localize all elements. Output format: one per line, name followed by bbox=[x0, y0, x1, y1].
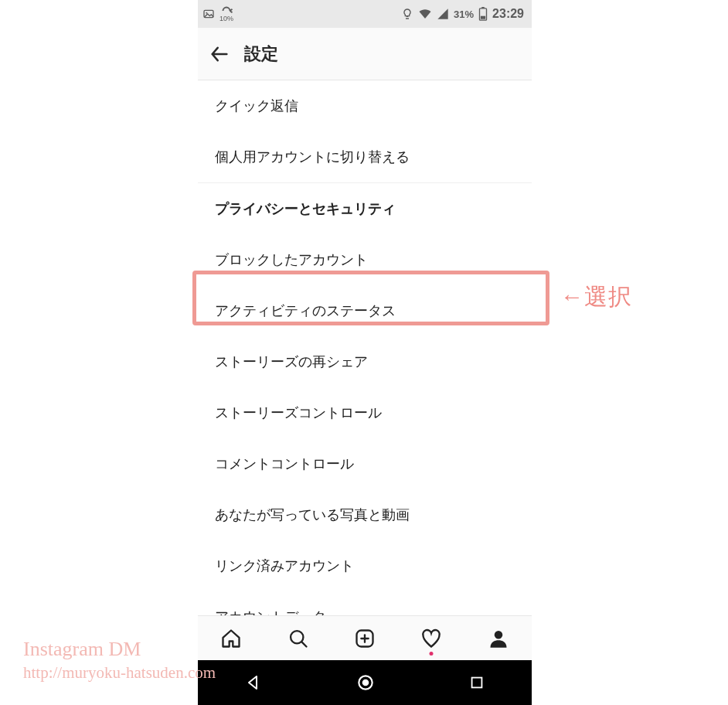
settings-list: クイック返信 個人用アカウントに切り替える プライバシーとセキュリティ ブロック… bbox=[198, 80, 532, 679]
tab-home[interactable] bbox=[216, 623, 247, 654]
system-nav-bar bbox=[198, 660, 532, 705]
svg-rect-4 bbox=[481, 16, 485, 19]
row-comment-controls[interactable]: コメントコントロール bbox=[198, 438, 532, 489]
watermark-line1: Instagram DM bbox=[23, 636, 216, 662]
nav-home-icon[interactable] bbox=[355, 673, 376, 693]
cell-signal-icon bbox=[437, 8, 449, 20]
watermark-line2: http://muryoku-hatsuden.com bbox=[23, 662, 216, 683]
svg-point-12 bbox=[362, 679, 369, 686]
annotation-label: ←選択 bbox=[560, 281, 632, 313]
row-blocked-accounts[interactable]: ブロックしたアカウント bbox=[198, 234, 532, 285]
section-account: クイック返信 個人用アカウントに切り替える bbox=[198, 80, 532, 182]
row-story-controls[interactable]: ストーリーズコントロール bbox=[198, 387, 532, 438]
image-icon bbox=[202, 8, 215, 20]
back-arrow-icon[interactable] bbox=[209, 43, 230, 65]
data-saver-icon: 10% bbox=[219, 6, 233, 22]
clock: 23:29 bbox=[492, 7, 524, 21]
nav-recent-icon[interactable] bbox=[468, 674, 485, 691]
row-activity-status[interactable]: アクティビティのステータス bbox=[198, 285, 532, 336]
battery-percent: 31% bbox=[454, 9, 474, 20]
svg-line-6 bbox=[301, 642, 306, 646]
row-story-reshare[interactable]: ストーリーズの再シェア bbox=[198, 336, 532, 387]
tab-add-post[interactable] bbox=[349, 623, 380, 654]
status-bar: 10% 31% 23:29 bbox=[198, 0, 532, 28]
row-linked-accounts[interactable]: リンク済みアカウント bbox=[198, 540, 532, 591]
battery-icon bbox=[478, 7, 488, 21]
nav-back-icon[interactable] bbox=[244, 673, 263, 692]
section-privacy: プライバシーとセキュリティ ブロックしたアカウント アクティビティのステータス … bbox=[198, 183, 532, 679]
page-title: 設定 bbox=[244, 43, 278, 66]
svg-point-10 bbox=[495, 631, 503, 639]
svg-rect-13 bbox=[472, 678, 482, 688]
notification-dot-icon bbox=[430, 652, 434, 656]
row-quick-reply[interactable]: クイック返信 bbox=[198, 80, 532, 131]
svg-point-1 bbox=[206, 12, 207, 14]
tab-profile[interactable] bbox=[483, 623, 514, 654]
row-switch-personal-account[interactable]: 個人用アカウントに切り替える bbox=[198, 131, 532, 182]
phone-screen: 10% 31% 23:29 設定 bbox=[198, 0, 532, 705]
svg-rect-3 bbox=[481, 7, 485, 9]
tab-search[interactable] bbox=[283, 623, 314, 654]
section-header-privacy: プライバシーとセキュリティ bbox=[198, 183, 532, 234]
wifi-icon bbox=[418, 8, 432, 20]
row-photos-of-you[interactable]: あなたが写っている写真と動画 bbox=[198, 489, 532, 540]
app-tab-bar bbox=[198, 615, 532, 660]
bulb-icon bbox=[401, 8, 413, 20]
watermark: Instagram DM http://muryoku-hatsuden.com bbox=[23, 636, 216, 683]
tab-activity[interactable] bbox=[416, 623, 447, 654]
app-bar: 設定 bbox=[198, 28, 532, 80]
